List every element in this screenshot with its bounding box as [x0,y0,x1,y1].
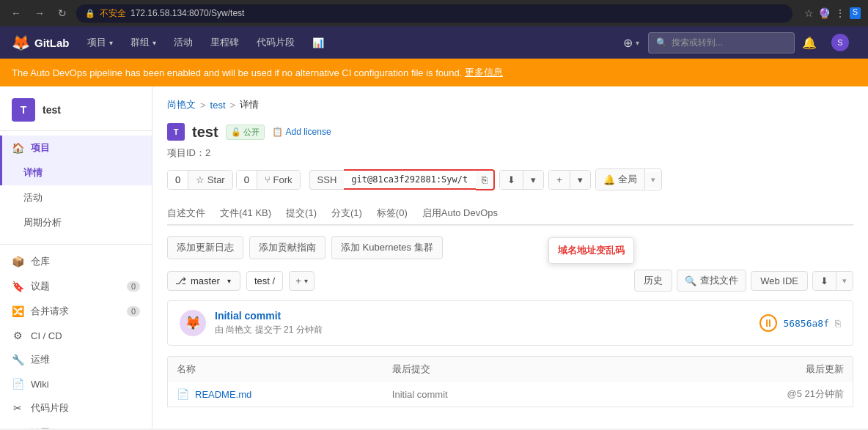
commit-avatar-emoji: 🦊 [185,315,201,331]
branch-selector[interactable]: ⎇ master ▾ [167,271,240,291]
tab-tags[interactable]: 标签(0) [377,202,408,226]
add-kubernetes-button[interactable]: 添加 Kubernetes 集群 [331,236,443,259]
add-dropdown[interactable]: ▾ [570,171,590,189]
sidebar-item-merge-requests[interactable]: 🔀 合并请求 0 [0,299,152,324]
sidebar-item-overview[interactable]: 🏠 项目 [0,136,152,160]
path-breadcrumb: test / [246,271,283,291]
nav-plus[interactable]: ⊕ ▾ [614,26,648,59]
nav-projects-label: 项目 [87,36,106,49]
tab-autodevops[interactable]: 启用Auto DevOps [422,202,498,226]
file-name-link[interactable]: README.md [195,389,251,400]
file-icon: 📄 [177,388,189,400]
tab-commits[interactable]: 提交(1) [286,202,317,226]
add-contributing-button[interactable]: 添加贡献指南 [249,236,326,259]
alert-more-info-link[interactable]: 更多信息 [465,66,503,79]
ssh-label: SSH [309,170,345,190]
sidebar-item-details[interactable]: 详情 [0,160,152,185]
user-avatar-icon: S [831,34,849,51]
sidebar-item-cycle-analytics[interactable]: 周期分析 [0,210,152,235]
issues-icon: 🔖 [12,281,23,292]
ssh-url-input[interactable] [344,169,476,190]
notification-dropdown[interactable]: ▾ [645,171,661,188]
chart-icon: 📊 [312,37,324,48]
visibility-label: 公开 [243,127,260,138]
nav-chart[interactable]: 📊 [304,26,333,59]
sidebar-divider-1 [0,244,152,245]
download-dropdown[interactable]: ▾ [523,171,543,189]
nav-activity[interactable]: 活动 [165,26,202,59]
forward-button[interactable]: → [31,6,48,21]
notification-button[interactable]: 🔔 全局 [596,169,645,190]
sidebar-item-issues[interactable]: 🔖 议题 0 [0,274,152,299]
nav-projects[interactable]: 项目 ▾ [78,26,122,59]
sidebar-header: T test [0,86,152,131]
file-date-cell: @5 21分钟前 [694,388,844,401]
content-wrapper: 尚艳文 > test > 详情 T test 🔓 公开 📋 Add licens… [167,98,853,407]
ssh-copy-button[interactable]: ⎘ [476,169,495,190]
tab-readme[interactable]: 自述文件 [167,202,205,226]
sidebar-item-snippets-label: 代码片段 [31,401,69,415]
pipeline-badge[interactable]: ⏸ [760,314,777,332]
fork-button[interactable]: ⑂ Fork [257,171,300,189]
merge-requests-icon: 🔀 [12,305,23,317]
extension-icon[interactable]: 🔮 [818,7,831,19]
sidebar-item-repository[interactable]: 📦 仓库 [0,249,152,274]
nav-plus-arrow: ▾ [636,39,639,47]
gitlab-logo[interactable]: 🦊 GitLab [12,34,70,51]
tab-branches[interactable]: 分支(1) [331,202,362,226]
nav-snippets[interactable]: 代码片段 [248,26,304,59]
project-title: test [192,124,218,141]
pipeline-icon: ⏸ [763,317,773,329]
sidebar-item-operations[interactable]: 🔧 运维 [0,347,152,372]
nav-notifications[interactable]: 🔔 [795,26,824,59]
sidebar-item-wiki[interactable]: 📄 Wiki [0,372,152,396]
clone-dropdown[interactable]: ▾ [836,273,853,289]
breadcrumb-user[interactable]: 尚艳文 [167,98,196,111]
menu-icon[interactable]: ⋮ [835,7,845,19]
sidebar-item-settings[interactable]: ⚙ 设置 [0,420,152,429]
url-bar[interactable]: 🔒 不安全 172.16.58.134:8070/Syw/test [76,4,792,23]
sidebar-item-cycle-label: 周期分析 [23,216,62,229]
webide-button[interactable]: Web IDE [751,271,808,291]
path-add-button[interactable]: + ▾ [289,271,315,291]
copy-hash-button[interactable]: ⎘ [835,318,841,329]
mr-badge: 0 [127,306,140,316]
add-license-label: Add license [286,127,331,137]
add-button[interactable]: + [549,171,570,189]
download-button[interactable]: ⬇ [500,171,523,189]
add-license-button[interactable]: 📋 Add license [272,127,331,137]
history-button[interactable]: 历史 [634,270,672,292]
find-files-button[interactable]: 🔍 查找文件 [677,270,746,292]
clone-button[interactable]: ⬇ [813,272,836,290]
nav-user-menu[interactable]: S [824,26,856,59]
star-button[interactable]: ☆ Star [188,171,232,189]
nav-search-bar[interactable]: 🔍 搜索或转到... [648,32,795,53]
top-navbar: 🦊 GitLab 项目 ▾ 群组 ▾ 活动 里程碑 代码片段 📊 ⊕ ▾ 🔍 搜… [0,26,868,59]
bell-icon: 🔔 [603,174,615,185]
license-icon: 📋 [272,127,283,137]
commit-title[interactable]: Initial commit [215,310,751,322]
sidebar-item-cicd[interactable]: ⚙ CI / CD [0,324,152,347]
public-icon: 🔓 [231,127,241,137]
add-changelog-button[interactable]: 添加更新日志 [167,236,243,259]
back-button[interactable]: ← [7,6,25,21]
reload-button[interactable]: ↻ [54,6,70,21]
sidebar-item-activity[interactable]: 活动 [0,185,152,210]
breadcrumb-project[interactable]: test [210,100,226,111]
home-icon: 🏠 [12,142,23,154]
main-layout: T test 🏠 项目 详情 活动 周期分析 📦 仓库 🔖 [0,86,868,429]
extension-s[interactable]: S [850,7,861,19]
commit-hash[interactable]: 56856a8f [783,318,829,329]
tab-files[interactable]: 文件(41 KB) [220,202,271,226]
search-placeholder: 搜索或转到... [672,37,723,49]
fork-group: 0 ⑂ Fork [236,170,301,190]
bookmark-icon[interactable]: ☆ [804,7,814,19]
commit-avatar: 🦊 [180,310,206,336]
tooltip-text: 域名地址变乱码 [558,245,625,256]
clone-btn-group: ⬇ ▾ [812,271,853,291]
nav-groups[interactable]: 群组 ▾ [122,26,165,59]
security-label: 不安全 [100,7,126,20]
nav-milestones[interactable]: 里程碑 [202,26,248,59]
file-tabs: 自述文件 文件(41 KB) 提交(1) 分支(1) 标签(0) 启用Auto … [167,202,853,226]
sidebar-item-snippets[interactable]: ✂ 代码片段 [0,396,152,420]
